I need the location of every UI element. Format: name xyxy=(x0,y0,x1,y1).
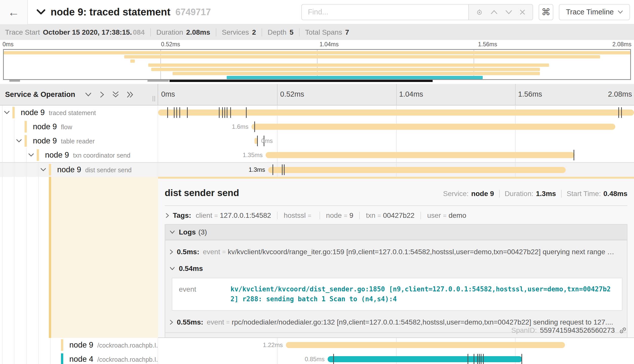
log-time: 0.55ms: xyxy=(177,318,203,326)
command-icon: ⌘ xyxy=(541,7,551,17)
tag-key: client xyxy=(196,211,212,220)
link-icon[interactable] xyxy=(619,326,627,334)
service-name: node 9 xyxy=(21,108,45,117)
trace-view-select[interactable]: Trace Timeline xyxy=(559,4,630,20)
span-timeline-cell[interactable]: 1.3ms xyxy=(158,163,634,177)
collapse-all-icon[interactable] xyxy=(112,91,119,98)
trace-minimap[interactable] xyxy=(3,49,631,80)
minimap-viewport-bar[interactable] xyxy=(170,80,433,82)
expand-one-icon[interactable] xyxy=(99,91,104,98)
span-name-cell[interactable]: node 9dist sender send xyxy=(0,163,158,177)
tree-guide-line xyxy=(2,338,3,352)
chevron-down-icon xyxy=(28,153,34,157)
logs-section: Logs (3) 0.5ms: event = kv/kvclient/kvco… xyxy=(165,224,627,338)
span-toggle-icon[interactable] xyxy=(16,139,22,143)
span-row[interactable]: node 9/cockroach.roachpb.I...1.22ms xyxy=(0,338,634,352)
span-bar[interactable] xyxy=(251,124,615,130)
timeline-tick-label: 1.04ms xyxy=(399,90,423,98)
tags-row[interactable]: Tags: client=127.0.0.1:54582hostssl=node… xyxy=(165,211,627,220)
next-result-icon[interactable] xyxy=(505,10,513,15)
log-entry-expanded[interactable]: 0.54ms xyxy=(165,261,627,274)
span-duration-label: 1.3ms xyxy=(249,163,265,177)
span-toggle-icon[interactable] xyxy=(40,167,47,172)
span-row[interactable]: node 9flow1.6ms xyxy=(0,120,634,134)
clear-search-icon[interactable] xyxy=(519,9,525,15)
minimap-span-bar xyxy=(148,63,549,67)
span-row[interactable]: node 9txn coordinator send1.35ms xyxy=(0,148,634,162)
span-timeline-cell[interactable]: 1.6ms xyxy=(158,120,634,134)
service-name: node 9 xyxy=(69,340,93,350)
span-bar[interactable] xyxy=(286,342,565,348)
keyboard-shortcuts-button[interactable]: ⌘ xyxy=(539,4,553,20)
summary-item: Services2 xyxy=(222,28,256,36)
span-row[interactable]: node 9traced statement xyxy=(0,105,634,120)
span-name-cell[interactable]: node 4/cockroach.roachpb.I... xyxy=(0,352,158,364)
find-input[interactable] xyxy=(301,4,468,20)
tree-guide-line xyxy=(14,163,14,177)
timeline-gridline xyxy=(396,134,397,148)
timeline-axis-header: 0ms0.52ms1.04ms1.56ms2.08ms xyxy=(158,84,634,105)
span-toggle-icon[interactable] xyxy=(4,110,10,115)
log-marker-tick xyxy=(179,107,180,118)
span-toggle-icon[interactable] xyxy=(28,153,34,157)
span-timeline-cell[interactable] xyxy=(158,105,634,120)
summary-item: Trace StartOctober 15 2020, 17:38:15.084 xyxy=(5,28,145,36)
span-bar[interactable] xyxy=(328,356,522,362)
log-marker-tick xyxy=(224,107,225,118)
chevron-down-icon[interactable] xyxy=(36,9,46,15)
span-bar[interactable] xyxy=(158,110,634,116)
span-color-indicator xyxy=(61,353,63,364)
tag-item: client=127.0.0.1:54582 xyxy=(196,211,271,220)
span-bar[interactable] xyxy=(266,152,575,158)
timeline-gridline xyxy=(277,352,278,364)
span-timeline-cell[interactable]: 0.85ms xyxy=(158,352,634,364)
log-marker-tick xyxy=(246,107,247,118)
span-row[interactable]: node 9dist sender send1.3ms xyxy=(0,162,634,177)
back-button[interactable]: ← xyxy=(0,0,28,24)
minimap-time-label: 0ms xyxy=(3,41,13,48)
app-header: ← node 9: traced statement 6749717 ⌘ xyxy=(0,0,634,25)
span-name-cell[interactable]: node 9table reader xyxy=(0,134,158,148)
chevron-down-icon xyxy=(169,230,175,234)
tree-guide-line xyxy=(2,148,3,162)
log-marker-tick xyxy=(272,164,273,175)
tree-guide-line xyxy=(14,338,14,352)
operation-name: flow xyxy=(61,123,72,131)
collapse-one-icon[interactable] xyxy=(85,92,92,97)
log-marker-tick xyxy=(521,354,522,364)
minimap-drag-handle[interactable] xyxy=(9,80,20,82)
logs-header[interactable]: Logs (3) xyxy=(165,225,627,240)
tag-separator xyxy=(277,212,278,219)
prev-result-icon[interactable] xyxy=(490,10,498,15)
locate-icon[interactable] xyxy=(476,8,483,16)
timeline-tick-line xyxy=(277,84,278,105)
expand-all-icon[interactable] xyxy=(127,91,134,98)
log-entry[interactable]: 0.5ms: event = kv/kvclient/kvcoord/range… xyxy=(165,243,627,261)
log-marker-tick xyxy=(333,354,334,364)
span-name-cell[interactable]: node 9flow xyxy=(0,120,158,134)
column-resizer-grip[interactable] xyxy=(153,96,155,101)
log-marker-tick xyxy=(483,354,484,364)
minimap-scrub-strip[interactable] xyxy=(3,80,631,83)
span-name-cell[interactable]: node 9txn coordinator send xyxy=(0,148,158,162)
tags-label: Tags: xyxy=(173,211,191,220)
span-timeline-cell[interactable]: 0ms xyxy=(158,134,634,148)
span-bar[interactable] xyxy=(268,167,566,173)
operation-name: /cockroach.roachpb.I... xyxy=(97,342,158,349)
span-name-cell[interactable]: node 9/cockroach.roachpb.I... xyxy=(0,338,158,352)
trace-id: 6749717 xyxy=(175,7,211,17)
tree-guide-line xyxy=(2,352,3,364)
log-value: kv/kvclient/kvcoord/range_iter.go:159 [n… xyxy=(228,248,614,256)
minimap-drag-handle[interactable] xyxy=(147,80,169,82)
service-value: node 9 xyxy=(471,190,494,198)
span-name-cell[interactable]: node 9traced statement xyxy=(0,105,158,120)
tree-guide-line xyxy=(38,163,39,177)
service-operation-title: Service & Operation xyxy=(5,90,75,99)
span-timeline-cell[interactable]: 1.22ms xyxy=(158,338,634,352)
span-timeline-cell[interactable]: 1.35ms xyxy=(158,148,634,162)
tree-guide-line xyxy=(2,120,3,134)
span-row[interactable]: node 4/cockroach.roachpb.I...0.85ms xyxy=(0,352,634,364)
tree-guide-line xyxy=(26,163,27,177)
span-bar[interactable] xyxy=(255,138,257,144)
span-row[interactable]: node 9table reader0ms xyxy=(0,134,634,148)
